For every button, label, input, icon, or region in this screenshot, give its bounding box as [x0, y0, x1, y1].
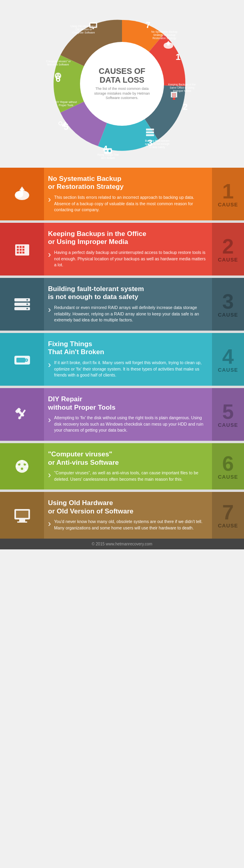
cause1-label: Cause — [218, 202, 238, 208]
svg-point-20 — [58, 77, 59, 78]
svg-rect-45 — [16, 358, 25, 363]
seg-label-7: 7 — [146, 20, 150, 30]
cause7-number-col: 7 Cause — [212, 492, 244, 538]
seg-label-2: 2 — [183, 102, 188, 112]
cause5-label: Cause — [218, 422, 238, 428]
cause3-chevron: › — [48, 305, 51, 315]
cause1-icon — [11, 183, 33, 205]
donut-title2: DATA LOSS — [94, 75, 150, 84]
cause7-icon — [11, 504, 33, 526]
cause4-text-area: › If it ain't broke, don't fix it. Many … — [48, 360, 206, 379]
svg-point-13 — [108, 150, 111, 152]
cause1-description: This section lists errors related to an … — [54, 194, 206, 213]
cause2-label: Cause — [218, 257, 238, 263]
svg-rect-30 — [20, 246, 22, 248]
cause5-icon-col — [0, 388, 44, 441]
cause2-number-inner: 2 Cause — [212, 223, 244, 275]
cause4-label: Cause — [218, 367, 238, 373]
cause3-content: Building fault-tolerant systemis not eno… — [44, 278, 212, 331]
cause4-number: 4 — [222, 346, 234, 367]
svg-point-17 — [55, 73, 61, 79]
cause-card-6: "Computer viruses"or Anti-virus Software… — [0, 443, 244, 489]
cause5-content: DIY Repairwithout Proper Tools › Attempt… — [44, 388, 212, 441]
cause3-label: Cause — [218, 312, 238, 318]
cause2-chevron: › — [48, 250, 51, 260]
cause5-icon — [11, 404, 33, 426]
svg-rect-32 — [17, 249, 19, 251]
cause4-number-col: 4 Cause — [212, 333, 244, 386]
donut-subtitle: The list of the most common data storage… — [94, 87, 150, 101]
cause5-text-area: › Attempting to 'fix' the disk without u… — [48, 415, 206, 434]
cause6-label: Cause — [218, 474, 238, 480]
svg-point-18 — [56, 75, 58, 76]
cause6-icon-col — [0, 443, 44, 489]
cause3-description: Redundant or even mirrored RAID arrays w… — [54, 305, 206, 323]
seg1-text: No Systematic Backup — [151, 30, 178, 34]
cause2-text-area: › Having a perfect daily backup and unin… — [48, 250, 206, 268]
svg-point-19 — [59, 75, 60, 76]
cause6-chevron: › — [48, 470, 51, 480]
seg2-text: Keeping Backups in the — [168, 83, 196, 86]
svg-point-42 — [26, 303, 28, 305]
cause3-title: Building fault-tolerant systemis not eno… — [48, 285, 206, 301]
cause1-number: 1 — [222, 181, 234, 202]
cause3-number: 3 — [222, 291, 234, 312]
cause1-chevron: › — [48, 194, 51, 205]
svg-rect-9 — [146, 129, 154, 131]
svg-rect-33 — [20, 249, 22, 251]
cause7-description: You'd never know how many old, obsolete … — [54, 519, 206, 531]
cause-card-2: Keeping Backups in the Officeor Using Im… — [0, 223, 244, 275]
cause1-number-col: 1 Cause — [212, 168, 244, 220]
svg-rect-3 — [171, 92, 177, 97]
seg5-text: DIY Repair without — [55, 101, 77, 104]
cause7-number: 7 — [222, 502, 234, 523]
cause2-title: Keeping Backups in the Officeor Using Im… — [48, 230, 206, 246]
svg-point-47 — [26, 359, 27, 361]
cause4-icon-col — [0, 333, 44, 386]
svg-rect-36 — [20, 252, 22, 254]
cause2-content: Keeping Backups in the Officeor Using Im… — [44, 223, 212, 275]
cause-card-4: Fixing ThingsThat Ain't Broken › If it a… — [0, 333, 244, 386]
seg3-text2: system is not enough — [145, 143, 170, 146]
seg7-text: Using Old Hardware or — [70, 25, 97, 28]
cause7-icon-col — [0, 492, 44, 538]
cause-card-5: DIY Repairwithout Proper Tools › Attempt… — [0, 388, 244, 441]
seg2-text3: Improper Media — [173, 89, 191, 93]
cause5-chevron: › — [48, 415, 51, 425]
donut-title: CAUSES OF — [94, 67, 150, 75]
cause1-number-inner: 1 Cause — [212, 168, 244, 220]
cause5-description: Attempting to 'fix' the disk without usi… — [54, 415, 206, 434]
seg-label-1: 1 — [176, 52, 180, 62]
svg-rect-11 — [146, 134, 154, 136]
cause1-content: No Systematic Backupor Restoration Strat… — [44, 168, 212, 220]
cause6-title: "Computer viruses"or Anti-virus Software — [48, 450, 206, 467]
svg-rect-66 — [17, 521, 27, 523]
cause2-number-col: 2 Cause — [212, 223, 244, 275]
svg-rect-64 — [16, 511, 28, 518]
svg-rect-4 — [172, 93, 174, 95]
cause7-number-inner: 7 Cause — [212, 492, 244, 538]
seg5-text2: Proper Tools — [59, 104, 74, 107]
cause4-content: Fixing ThingsThat Ain't Broken › If it a… — [44, 333, 212, 386]
cause2-number: 2 — [222, 236, 234, 257]
cause6-description: "Computer viruses", as well as anti-viru… — [54, 470, 206, 483]
svg-rect-14 — [105, 151, 107, 151]
cause5-number-col: 5 Cause — [212, 388, 244, 441]
svg-rect-7 — [174, 95, 176, 97]
svg-rect-31 — [22, 246, 24, 248]
svg-rect-29 — [17, 246, 19, 248]
svg-marker-27 — [19, 186, 25, 190]
svg-rect-5 — [174, 93, 176, 95]
svg-point-16 — [59, 122, 62, 125]
cause2-description: Having a perfect daily backup and uninte… — [54, 250, 206, 268]
cause4-description: If it ain't broke, don't fix it. Many us… — [54, 360, 206, 379]
cause6-text-area: › "Computer viruses", as well as anti-vi… — [48, 470, 206, 483]
cause-card-7: Using Old Hardwareor Old Version of Soft… — [0, 492, 244, 538]
cause4-title: Fixing ThingsThat Ain't Broken — [48, 340, 206, 357]
svg-rect-23 — [92, 28, 94, 29]
svg-point-41 — [26, 299, 28, 301]
cause6-icon — [11, 456, 33, 478]
cause2-icon-col — [0, 223, 44, 275]
svg-rect-37 — [22, 252, 24, 254]
seg1-text3: Restoration Strategy — [152, 37, 176, 40]
